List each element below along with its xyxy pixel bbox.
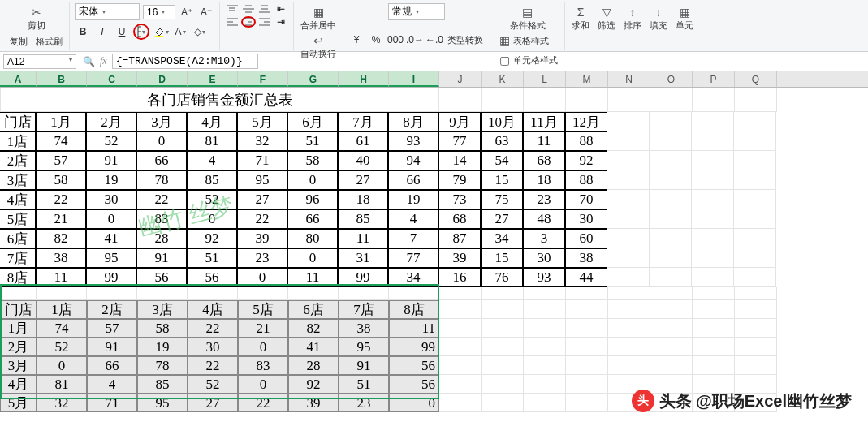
cell[interactable]: 34 — [388, 268, 438, 287]
col-header-N[interactable]: N — [608, 71, 650, 87]
merge-center-button[interactable]: ▦合并居中 — [299, 3, 338, 32]
cell[interactable]: 78 — [136, 170, 187, 190]
percent-button[interactable]: % — [368, 32, 384, 48]
cell[interactable]: 74 — [36, 131, 86, 151]
cells-button[interactable]: ▦单元 — [674, 3, 695, 32]
name-box[interactable]: A12▾ — [3, 54, 76, 69]
cell[interactable]: 5月 — [0, 394, 37, 412]
cell[interactable] — [650, 287, 693, 300]
cell[interactable] — [735, 88, 777, 112]
cell[interactable]: 99 — [338, 268, 388, 287]
cell[interactable] — [524, 319, 566, 338]
cell[interactable] — [607, 151, 650, 170]
cell[interactable] — [692, 229, 734, 248]
cell[interactable]: 11 — [338, 229, 388, 248]
cell[interactable]: 3 — [523, 229, 565, 248]
cell[interactable] — [650, 338, 693, 356]
col-header-O[interactable]: O — [650, 71, 693, 87]
cell[interactable]: 51 — [339, 375, 389, 394]
cell[interactable]: 77 — [438, 131, 481, 151]
cell[interactable]: 18 — [523, 170, 565, 190]
cell[interactable] — [439, 338, 482, 356]
cell[interactable] — [566, 356, 608, 375]
cell[interactable]: 4 — [87, 375, 137, 394]
cell[interactable]: 38 — [565, 248, 607, 268]
cell[interactable] — [734, 131, 776, 151]
cell[interactable]: 4店 — [0, 190, 36, 209]
font-color-button[interactable]: A▾ — [172, 24, 188, 40]
cell[interactable]: 27 — [338, 170, 388, 190]
cell[interactable]: 66 — [287, 209, 338, 229]
cell[interactable] — [734, 112, 776, 131]
sort-button[interactable]: ↕排序 — [622, 3, 643, 32]
cell[interactable]: 27 — [237, 190, 287, 209]
cell[interactable] — [650, 229, 692, 248]
cell[interactable] — [608, 338, 650, 356]
cell[interactable]: 27 — [481, 209, 523, 229]
cell[interactable] — [0, 287, 37, 300]
cell[interactable] — [607, 131, 650, 151]
cell[interactable] — [482, 338, 524, 356]
cell[interactable] — [735, 356, 777, 375]
align-middle-button[interactable] — [241, 3, 256, 15]
cell[interactable] — [734, 248, 776, 268]
cell[interactable]: 2店 — [87, 300, 137, 319]
cell[interactable]: 34 — [481, 229, 523, 248]
align-center-button[interactable] — [241, 16, 256, 28]
cell[interactable]: 57 — [36, 151, 86, 170]
cell[interactable]: 22 — [188, 356, 238, 375]
cell[interactable]: 76 — [481, 268, 523, 287]
increase-indent-button[interactable]: ⇥ — [274, 16, 288, 28]
cell[interactable] — [693, 319, 735, 338]
col-header-H[interactable]: H — [339, 71, 389, 87]
cell[interactable] — [482, 375, 524, 394]
cell[interactable]: 31 — [338, 248, 388, 268]
cell[interactable]: 52 — [86, 131, 136, 151]
cell[interactable]: 5店 — [0, 209, 36, 229]
formula-input[interactable]: {=TRANSPOSE(A2:M10)} — [112, 54, 258, 69]
cell[interactable]: 7店 — [339, 300, 389, 319]
col-header-G[interactable]: G — [288, 71, 339, 87]
cell[interactable]: 61 — [338, 131, 388, 151]
cell[interactable]: 63 — [481, 131, 523, 151]
cell[interactable]: 68 — [438, 209, 481, 229]
cell[interactable]: 4 — [187, 151, 237, 170]
table-style-button[interactable]: ▦表格样式 — [495, 32, 559, 50]
cell[interactable] — [693, 338, 735, 356]
cell[interactable] — [692, 131, 734, 151]
cell[interactable]: 22 — [238, 394, 288, 412]
cell[interactable] — [566, 88, 608, 112]
cell[interactable]: 3月 — [0, 356, 37, 375]
cell-style-button[interactable]: ▢单元格样式 — [495, 51, 559, 69]
cell[interactable]: 54 — [481, 151, 523, 170]
cell[interactable]: 1店 — [37, 300, 87, 319]
cell[interactable]: 80 — [287, 229, 338, 248]
cell[interactable]: 28 — [136, 229, 187, 248]
cell[interactable]: 77 — [388, 248, 438, 268]
cell[interactable]: 11月 — [523, 112, 565, 131]
cell[interactable] — [482, 356, 524, 375]
cell[interactable] — [650, 112, 692, 131]
cell[interactable]: 51 — [187, 248, 237, 268]
cell[interactable] — [524, 394, 566, 412]
cell[interactable]: 0 — [86, 209, 136, 229]
cell[interactable]: 32 — [237, 131, 287, 151]
cell[interactable] — [650, 190, 692, 209]
cell[interactable] — [734, 190, 776, 209]
cell[interactable]: 52 — [37, 338, 87, 356]
cell-grid[interactable]: 各门店销售金额汇总表门店1月2月3月4月5月6月7月8月9月10月11月12月1… — [0, 88, 868, 412]
cell[interactable]: 79 — [438, 170, 481, 190]
cell[interactable]: 3月 — [136, 112, 187, 131]
col-header-Q[interactable]: Q — [735, 71, 777, 87]
cell[interactable] — [650, 248, 692, 268]
cell[interactable]: 82 — [36, 229, 86, 248]
cell[interactable]: 88 — [565, 131, 607, 151]
cell[interactable] — [607, 170, 650, 190]
cell[interactable]: 14 — [438, 151, 481, 170]
cell[interactable] — [439, 88, 482, 112]
col-header-F[interactable]: F — [238, 71, 288, 87]
autosum-button[interactable]: Σ求和 — [570, 3, 591, 32]
cell[interactable]: 87 — [438, 229, 481, 248]
italic-button[interactable]: I — [94, 24, 110, 40]
cell[interactable]: 91 — [87, 338, 137, 356]
